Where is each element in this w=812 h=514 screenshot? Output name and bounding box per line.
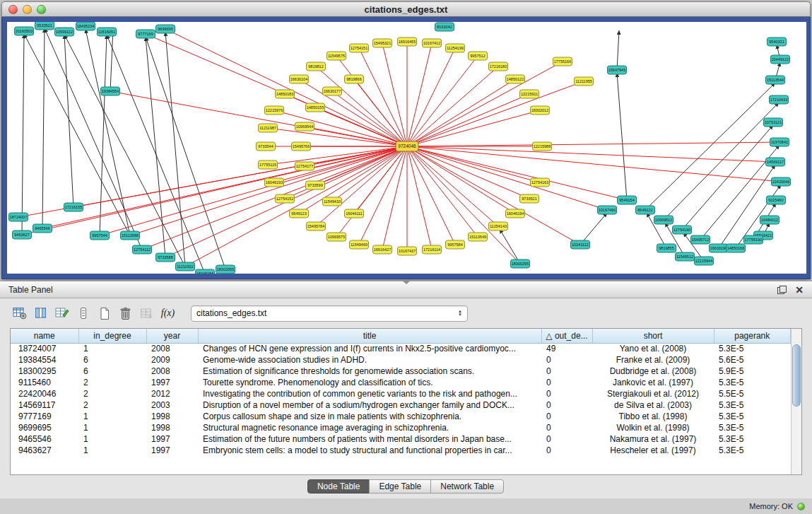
graph-node[interactable]: 11549469 xyxy=(350,240,369,249)
graph-node[interactable]: 9957584 xyxy=(446,240,465,249)
show-columns-icon[interactable] xyxy=(31,304,50,322)
graph-node[interactable]: 14850183 xyxy=(276,90,295,98)
graph-node[interactable]: 15495321 xyxy=(373,39,392,47)
graph-node[interactable]: 11254199 xyxy=(446,44,465,52)
zoom-window-button[interactable] xyxy=(37,5,46,14)
graph-node[interactable]: 15647945 xyxy=(608,66,627,74)
table-source-select[interactable]: citations_edges.txt ▲▼ xyxy=(191,305,468,322)
graph-node[interactable]: 15495712 xyxy=(691,235,710,244)
graph-node[interactable]: 14569117 xyxy=(766,158,785,166)
graph-node[interactable]: 11211987 xyxy=(259,124,278,132)
graph-node[interactable]: 16916455 xyxy=(398,37,417,46)
graph-node[interactable]: 12754163 xyxy=(531,178,550,187)
graph-node[interactable]: 9699695 xyxy=(156,25,175,33)
graph-node[interactable]: 9733588 xyxy=(156,253,175,262)
graph-node[interactable]: 9540321 xyxy=(767,37,787,46)
graph-node[interactable]: 9957544 xyxy=(90,231,110,240)
column-header[interactable]: short xyxy=(592,329,714,343)
close-panel-icon[interactable]: ✕ xyxy=(795,284,804,296)
graph-node[interactable]: 12754152 xyxy=(276,194,295,203)
table-row[interactable]: 946362711997Embryonic stem cells: a mode… xyxy=(11,445,791,456)
graph-node[interactable]: 9115460 xyxy=(767,196,786,204)
table-row[interactable]: 977716911998Corpus callosum shape and si… xyxy=(11,411,791,422)
table-mode-icon[interactable] xyxy=(10,304,29,322)
graph-node[interactable]: 15113549 xyxy=(469,233,488,241)
graph-node[interactable]: 9549154 xyxy=(618,196,637,204)
row-tool-icon[interactable] xyxy=(73,304,93,322)
graph-node[interactable]: 10753121 xyxy=(764,118,783,127)
graph-node[interactable]: 18302012 xyxy=(531,106,550,115)
graph-node[interactable]: 16046193 xyxy=(265,178,284,187)
column-header[interactable]: pagerank xyxy=(714,329,791,343)
graph-node[interactable]: 12616051 xyxy=(98,28,117,36)
network-canvas[interactable]: 2016050395335211059911218495234126160519… xyxy=(7,22,806,274)
graph-node[interactable]: 9733599 xyxy=(306,181,325,189)
function-builder-icon[interactable]: f(x) xyxy=(158,304,177,322)
graph-node[interactable]: 17755115 xyxy=(259,160,278,169)
graph-node[interactable]: 16046166 xyxy=(196,269,215,274)
column-header[interactable]: △ out_de... xyxy=(541,329,592,343)
graph-node[interactable]: 10167437 xyxy=(398,247,417,255)
graph-node[interactable]: 9819812 xyxy=(307,62,326,71)
graph-node[interactable]: 12754112 xyxy=(133,245,152,254)
graph-node[interactable]: 16046111 xyxy=(345,209,364,218)
table-row[interactable]: 2242004622012Investigating the contribut… xyxy=(11,388,791,399)
graph-node[interactable]: 8649122 xyxy=(636,206,655,214)
graph-node[interactable]: 10599112 xyxy=(55,28,74,36)
graph-node[interactable]: 9819866 xyxy=(345,75,364,83)
graph-node[interactable]: 20160503 xyxy=(15,27,34,35)
graph-node[interactable]: 10167490 xyxy=(598,206,617,214)
graph-node[interactable]: 10167412 xyxy=(423,39,442,47)
import-table-icon[interactable] xyxy=(137,304,156,322)
graph-node[interactable]: 20449122 xyxy=(771,55,790,64)
graph-node[interactable]: 15113588 xyxy=(121,231,140,240)
graph-node[interactable]: 17755166 xyxy=(553,57,572,66)
graph-node[interactable]: 16630177 xyxy=(323,87,342,95)
graph-node[interactable]: 8163042 xyxy=(435,23,454,31)
graph-node[interactable]: 10969544 xyxy=(295,122,314,131)
graph-node[interactable]: 22420046 xyxy=(772,177,791,186)
graph-node[interactable]: 14850155 xyxy=(306,103,325,112)
minimize-window-button[interactable] xyxy=(23,5,32,14)
delete-trash-icon[interactable] xyxy=(116,304,135,322)
edit-table-icon[interactable] xyxy=(52,304,71,322)
graph-node[interactable]: 14850122 xyxy=(506,75,525,83)
graph-node[interactable]: 9733521 xyxy=(520,194,539,203)
table-row[interactable]: 1872400712008Changes of HCN gene express… xyxy=(11,343,791,354)
table-row[interactable]: 1830029562008Estimation of significance … xyxy=(11,366,791,377)
table-row[interactable]: 969969511998Structural magnetic resonanc… xyxy=(11,422,791,433)
graph-node[interactable]: 15495766 xyxy=(292,142,311,151)
graph-node[interactable]: 9957512 xyxy=(469,52,488,60)
graph-hub-node[interactable]: 9724046 xyxy=(396,141,418,151)
new-file-icon[interactable] xyxy=(95,304,114,322)
graph-node[interactable]: 9777169 xyxy=(136,30,155,38)
table-row[interactable]: 946554611997Estimation of the future num… xyxy=(11,433,791,445)
table-row[interactable]: 1938455462009Genome-wide association stu… xyxy=(11,354,791,366)
graph-node[interactable]: 12215976 xyxy=(265,106,284,115)
graph-node[interactable]: 11970841 xyxy=(770,138,789,146)
graph-node[interactable]: 11211955 xyxy=(575,77,594,86)
graph-node[interactable]: 11549575 xyxy=(327,52,346,60)
graph-node[interactable]: 9463627 xyxy=(13,230,32,239)
column-header[interactable]: year xyxy=(146,329,198,343)
graph-node[interactable]: 12754177 xyxy=(295,162,314,170)
graph-node[interactable]: 17216180 xyxy=(489,62,508,71)
graph-node[interactable]: 18724007 xyxy=(9,213,28,221)
graph-node[interactable]: 12215988 xyxy=(533,142,552,151)
graph-node[interactable]: 9819855 xyxy=(657,244,676,252)
window-titlebar[interactable]: citations_edges.txt xyxy=(1,1,811,17)
graph-node[interactable]: 9533521 xyxy=(35,22,54,30)
graph-node[interactable]: 10969512 xyxy=(654,216,673,224)
graph-node[interactable]: 19384554 xyxy=(101,87,120,95)
graph-node[interactable]: 10484112 xyxy=(760,216,779,224)
graph-node[interactable]: 12754151 xyxy=(350,44,369,52)
graph-node[interactable]: 12215911 xyxy=(520,90,539,98)
graph-node[interactable]: 10969575 xyxy=(327,233,346,241)
graph-node[interactable]: 11549512 xyxy=(676,252,695,261)
graph-node[interactable]: 17210433 xyxy=(770,95,789,104)
graph-node[interactable]: 16630190 xyxy=(710,244,729,252)
graph-node[interactable]: 18300295 xyxy=(511,259,530,268)
graph-node[interactable]: 12215944 xyxy=(695,257,714,265)
graph-node[interactable]: 9733544 xyxy=(257,142,276,151)
table-vertical-scrollbar[interactable] xyxy=(791,329,801,474)
